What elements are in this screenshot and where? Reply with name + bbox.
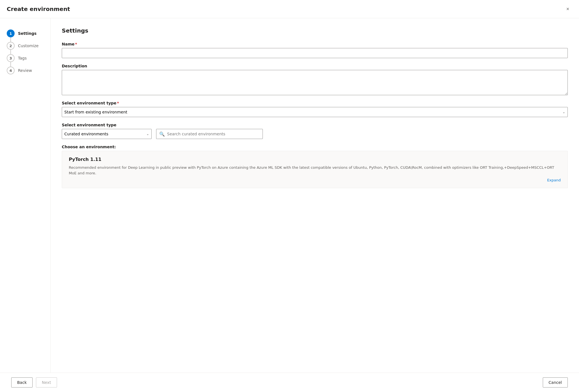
step-circle-4: 4: [7, 67, 15, 74]
name-input[interactable]: [62, 48, 568, 58]
back-button[interactable]: Back: [11, 377, 33, 388]
curated-dropdown-wrapper: Curated environments ⌄: [62, 129, 152, 139]
close-button[interactable]: ×: [563, 4, 572, 13]
step-review[interactable]: 4 Review: [7, 64, 44, 77]
second-env-type-label: Select environment type: [62, 123, 568, 127]
step-circle-3: 3: [7, 54, 15, 62]
env-card-description: Recommended environment for Deep Learnin…: [69, 165, 561, 176]
sidebar: 1 Settings 2 Customize 3 Tags 4 Review: [0, 18, 51, 373]
dialog-body: 1 Settings 2 Customize 3 Tags 4 Review S…: [0, 18, 579, 373]
description-field-group: Description: [62, 64, 568, 95]
expand-link[interactable]: Expand: [69, 178, 561, 182]
env-type-row: Curated environments ⌄ 🔍: [62, 129, 568, 139]
env-type-field-group: Select environment type* Start from exis…: [62, 101, 568, 117]
search-box[interactable]: 🔍: [156, 129, 263, 139]
name-label: Name*: [62, 42, 568, 46]
env-type-label: Select environment type*: [62, 101, 568, 105]
second-env-type-field-group: Select environment type Curated environm…: [62, 123, 568, 139]
curated-dropdown[interactable]: Curated environments ⌄: [62, 129, 152, 139]
env-type-dropdown[interactable]: Start from existing environment ⌄: [62, 107, 568, 117]
section-title: Settings: [62, 27, 568, 34]
step-circle-1: 1: [7, 29, 15, 37]
create-environment-dialog: Create environment × 1 Settings 2 Custom…: [0, 0, 579, 392]
curated-chevron-icon: ⌄: [146, 132, 149, 136]
step-label-settings: Settings: [18, 31, 37, 36]
search-icon: 🔍: [159, 131, 165, 137]
search-input[interactable]: [167, 132, 260, 136]
cancel-button[interactable]: Cancel: [543, 377, 568, 388]
env-type-chevron-icon: ⌄: [562, 110, 565, 114]
env-card-title: PyTorch 1.11: [69, 157, 561, 162]
step-circle-2: 2: [7, 42, 15, 50]
description-label: Description: [62, 64, 568, 68]
step-tags[interactable]: 3 Tags: [7, 52, 44, 64]
choose-env-group: Choose an environment: PyTorch 1.11 Reco…: [62, 145, 568, 188]
name-required-star: *: [75, 42, 77, 46]
step-customize[interactable]: 2 Customize: [7, 40, 44, 52]
env-card: PyTorch 1.11 Recommended environment for…: [62, 151, 568, 188]
main-content: Settings Name* Description Select enviro…: [51, 18, 579, 373]
curated-dropdown-value: Curated environments: [64, 132, 108, 136]
dialog-title: Create environment: [7, 6, 70, 12]
dialog-header: Create environment ×: [0, 0, 579, 18]
name-field-group: Name*: [62, 42, 568, 58]
description-input[interactable]: [62, 70, 568, 95]
step-label-tags: Tags: [18, 56, 27, 60]
footer-left: Back Next: [11, 377, 57, 388]
choose-env-label: Choose an environment:: [62, 145, 568, 149]
next-button: Next: [36, 377, 57, 388]
step-label-review: Review: [18, 68, 32, 73]
dialog-footer: Back Next Cancel: [0, 373, 579, 392]
env-type-value: Start from existing environment: [64, 110, 127, 114]
step-settings[interactable]: 1 Settings: [7, 27, 44, 40]
step-label-customize: Customize: [18, 44, 39, 48]
env-type-required-star: *: [117, 101, 119, 105]
